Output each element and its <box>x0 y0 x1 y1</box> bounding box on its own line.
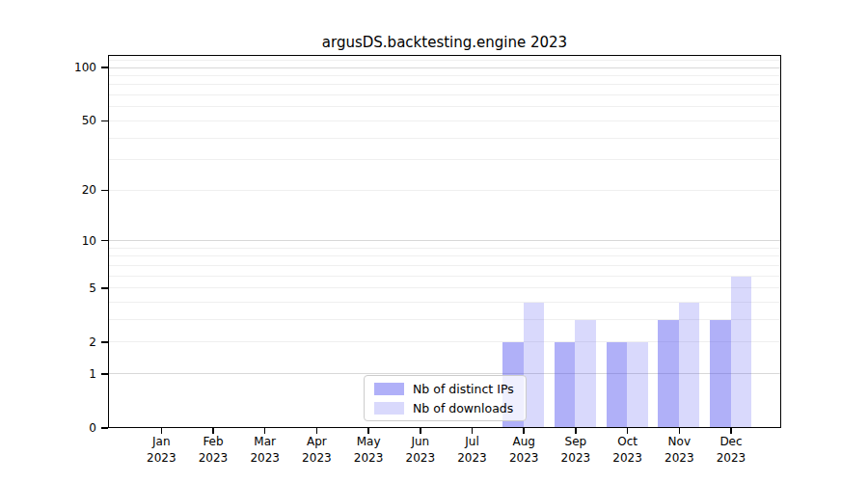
minor-gridline <box>109 248 780 249</box>
y-tick-mark <box>101 341 108 343</box>
legend: Nb of distinct IPs Nb of downloads <box>364 375 527 421</box>
bar-oct-downloads <box>627 342 648 427</box>
minor-gridline <box>109 106 780 107</box>
chart-title: argusDS.backtesting.engine 2023 <box>108 34 781 51</box>
x-tick-label: Dec2023 <box>700 434 762 467</box>
y-tick-mark <box>101 287 108 289</box>
legend-swatch-downloads <box>374 402 404 415</box>
bar-sep-distinct-ips <box>555 342 576 427</box>
y-tick-mark <box>101 373 108 375</box>
y-tick-label: 20 <box>29 183 96 197</box>
bar-sep-downloads <box>575 320 596 427</box>
y-tick-mark <box>101 190 108 192</box>
legend-label-downloads: Nb of downloads <box>413 401 513 415</box>
minor-gridline <box>109 75 780 76</box>
legend-label-distinct-ips: Nb of distinct IPs <box>413 382 514 396</box>
minor-gridline <box>109 120 780 121</box>
y-tick-label: 5 <box>29 281 96 295</box>
minor-gridline <box>109 94 780 95</box>
minor-gridline <box>109 265 780 266</box>
x-tick-year: 2023 <box>700 450 762 467</box>
y-tick-label: 10 <box>29 234 96 248</box>
bar-dec-distinct-ips <box>710 320 731 427</box>
minor-gridline <box>109 84 780 85</box>
minor-gridline <box>109 276 780 277</box>
y-tick-label: 2 <box>29 335 96 349</box>
minor-gridline <box>109 159 780 160</box>
minor-gridline <box>109 60 780 61</box>
figure: argusDS.backtesting.engine 2023 01251020… <box>0 0 868 482</box>
bar-nov-downloads <box>679 303 700 427</box>
bar-dec-downloads <box>731 277 752 427</box>
minor-gridline <box>109 287 780 288</box>
plot-area <box>108 55 781 428</box>
y-tick-label: 50 <box>29 114 96 127</box>
major-gridline <box>109 67 780 68</box>
y-tick-mark <box>101 427 108 429</box>
y-tick-label: 1 <box>29 367 96 381</box>
y-tick-label: 0 <box>29 421 96 435</box>
y-tick-mark <box>101 240 108 242</box>
minor-gridline <box>109 255 780 256</box>
bar-nov-distinct-ips <box>658 320 679 427</box>
minor-gridline <box>109 138 780 139</box>
legend-item-downloads: Nb of downloads <box>371 401 519 415</box>
y-tick-label: 100 <box>29 61 96 74</box>
y-tick-mark <box>101 120 108 122</box>
major-gridline <box>109 240 780 241</box>
legend-swatch-distinct-ips <box>374 383 404 395</box>
legend-item-distinct-ips: Nb of distinct IPs <box>371 382 519 396</box>
x-tick-month: Dec <box>700 434 762 450</box>
y-tick-mark <box>101 67 108 68</box>
minor-gridline <box>109 190 780 191</box>
bar-oct-distinct-ips <box>607 342 628 427</box>
